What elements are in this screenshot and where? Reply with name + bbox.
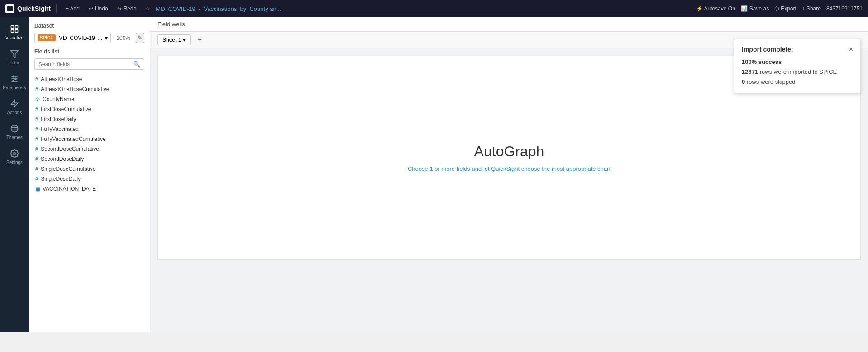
notification-body: 100% success 12671 rows were imported to… (742, 57, 853, 87)
field-wells-label: Field wells (157, 21, 185, 28)
numeric-icon: # (35, 77, 38, 82)
svg-rect-1 (15, 26, 18, 29)
field-item[interactable]: # SecondDoseCumulative (34, 144, 144, 154)
divider (56, 4, 57, 13)
undo-button[interactable]: ↩ Undo (85, 4, 112, 14)
dataset-selector[interactable]: SPICE MD_COVID-19_... ▾ (34, 33, 111, 43)
svg-point-8 (13, 76, 14, 77)
add-sheet-button[interactable]: + (194, 34, 205, 45)
field-name: SecondDoseDaily (41, 156, 84, 162)
visualize-icon (10, 24, 19, 34)
svg-point-10 (13, 80, 14, 82)
field-name: AtLeastOneDose (41, 76, 82, 82)
add-button[interactable]: + Add (62, 4, 83, 14)
nav-item-visualize[interactable]: Visualize (0, 21, 29, 44)
field-item[interactable]: # FirstDoseCumulative (34, 104, 144, 114)
undo-icon: ↩ (89, 5, 93, 12)
svg-rect-3 (15, 30, 18, 33)
numeric-icon: # (35, 166, 38, 172)
saveas-icon: 📊 (741, 5, 748, 12)
svg-point-9 (15, 78, 16, 79)
saveas-button[interactable]: 📊 Save as (741, 5, 769, 12)
field-item[interactable]: ▦ VACCINATION_DATE (34, 184, 144, 194)
field-item[interactable]: # FullyVaccinatedCumulative (34, 134, 144, 144)
star-icon: ☆ (145, 5, 150, 12)
app-name: QuickSight (17, 5, 51, 12)
app-logo: QuickSight (5, 4, 51, 13)
notification-close-button[interactable]: × (849, 45, 853, 53)
share-icon: ↑ (802, 5, 805, 12)
rows-imported-label: rows were imported to SPICE (760, 68, 837, 75)
numeric-icon: # (35, 87, 38, 92)
field-name: SingleDoseDaily (41, 176, 81, 182)
numeric-icon: # (35, 116, 38, 122)
field-item[interactable]: # SingleDoseDaily (34, 174, 144, 184)
field-item[interactable]: # SingleDoseCumulative (34, 164, 144, 174)
numeric-icon: # (35, 106, 38, 112)
field-item[interactable]: # FirstDoseDaily (34, 114, 144, 124)
date-icon: ▦ (35, 186, 40, 192)
svg-rect-0 (11, 26, 14, 29)
themes-icon (10, 124, 19, 133)
field-item[interactable]: # AtLeastOneDoseCumulative (34, 84, 144, 94)
star-button[interactable]: ☆ (142, 4, 154, 14)
field-item[interactable]: ◎ CountyName (34, 94, 144, 104)
field-name: FullyVaccinatedCumulative (41, 136, 106, 142)
notification: Import complete: × 100% success 12671 ro… (734, 39, 861, 94)
top-bar: QuickSight + Add ↩ Undo ↪ Redo ☆ MD_COVI… (0, 0, 868, 17)
svg-marker-4 (11, 51, 19, 58)
redo-button[interactable]: ↪ Redo (114, 4, 140, 14)
numeric-icon: # (35, 126, 38, 132)
nav-item-themes[interactable]: Themes (0, 121, 29, 144)
topbar-right: ⚡ Autosave On 📊 Save as ⬡ Export ↑ Share… (696, 5, 863, 12)
share-button[interactable]: ↑ Share (802, 5, 821, 12)
sheet-label: Sheet 1 (162, 37, 181, 43)
autosave-status: ⚡ Autosave On (696, 5, 735, 12)
fields-list: # AtLeastOneDose # AtLeastOneDoseCumulat… (34, 74, 144, 194)
dataset-row: SPICE MD_COVID-19_... ▾ 100% ✎ (34, 33, 144, 43)
edit-dataset-button[interactable]: ✎ (136, 33, 144, 43)
parameters-icon (10, 74, 19, 83)
field-name: AtLeastOneDoseCumulative (41, 86, 109, 92)
field-item[interactable]: # SecondDoseDaily (34, 154, 144, 164)
search-icon: 🔍 (133, 61, 140, 68)
nav-item-settings[interactable]: Settings (0, 145, 29, 169)
numeric-icon: # (35, 146, 38, 152)
export-icon: ⬡ (774, 5, 779, 12)
numeric-icon: # (35, 156, 38, 162)
field-name: VACCINATION_DATE (43, 186, 96, 192)
left-nav: Visualize Filter Parameters Actions (0, 17, 29, 332)
rows-imported-count: 12671 (742, 68, 758, 75)
actions-icon (10, 99, 19, 108)
search-input[interactable] (38, 61, 130, 68)
field-name: FullyVaccinated (41, 126, 79, 132)
field-item[interactable]: # FullyVaccinated (34, 124, 144, 134)
notification-title: Import complete: (742, 46, 793, 53)
sheet-tab[interactable]: Sheet 1 ▾ (157, 34, 191, 45)
svg-rect-2 (11, 30, 14, 33)
nav-item-parameters[interactable]: Parameters (0, 71, 29, 94)
nav-item-filter[interactable]: Filter (0, 46, 29, 69)
left-panel: Dataset SPICE MD_COVID-19_... ▾ 100% ✎ F… (29, 17, 150, 332)
nav-item-actions[interactable]: Actions (0, 96, 29, 119)
topbar-actions: + Add ↩ Undo ↪ Redo ☆ MD_COVID-19_-_Vacc… (62, 4, 281, 14)
geo-icon: ◎ (35, 96, 40, 102)
filter-icon (10, 49, 19, 58)
notification-header: Import complete: × (742, 45, 853, 53)
field-wells-bar: Field wells (150, 17, 868, 32)
svg-point-12 (14, 153, 16, 155)
redo-icon: ↪ (117, 5, 122, 12)
autograph-title: AutoGraph (474, 143, 544, 160)
field-name: SingleDoseCumulative (41, 166, 95, 172)
sheet-dropdown-icon: ▾ (183, 37, 186, 43)
dropdown-icon: ▾ (105, 35, 108, 41)
numeric-icon: # (35, 176, 38, 182)
rows-skipped-label: rows were skipped (747, 78, 796, 85)
settings-icon (10, 149, 19, 158)
spice-badge: SPICE (38, 34, 56, 41)
field-item[interactable]: # AtLeastOneDose (34, 74, 144, 84)
field-name: FirstDoseDaily (41, 116, 76, 122)
field-name: SecondDoseCumulative (41, 146, 99, 152)
export-button[interactable]: ⬡ Export (774, 5, 796, 12)
dataset-section-title: Dataset (34, 23, 144, 29)
